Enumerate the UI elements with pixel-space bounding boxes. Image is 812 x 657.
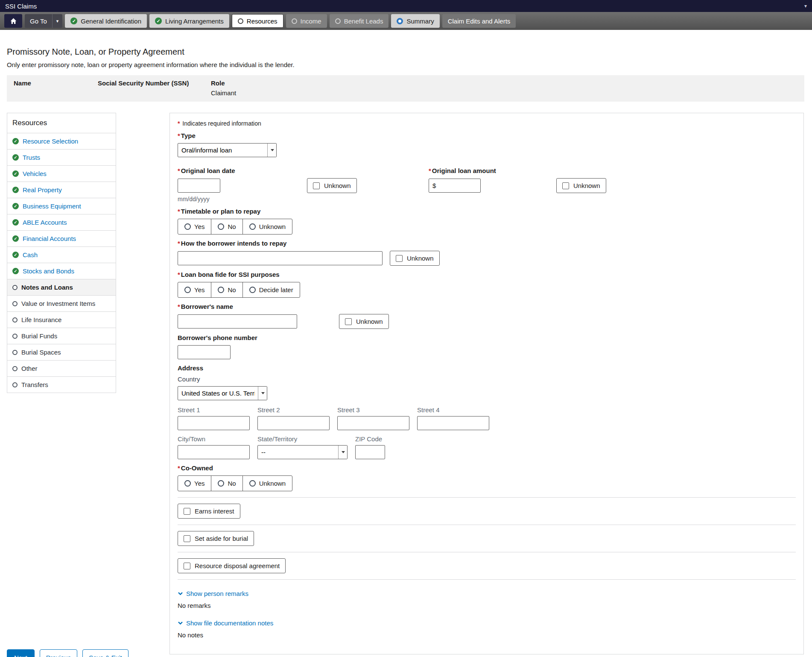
- repay-method-label: *How the borrower intends to repay: [178, 240, 796, 247]
- radio-circle-icon: [292, 18, 297, 24]
- type-select[interactable]: Oral/informal loan: [178, 143, 277, 157]
- sidebar-item-burial-spaces[interactable]: Burial Spaces: [7, 344, 116, 360]
- co-owned-option-yes[interactable]: Yes: [178, 476, 211, 491]
- role-value: Claimant: [211, 89, 236, 97]
- street2-input[interactable]: [257, 416, 330, 430]
- check-circle-icon: ✓: [12, 219, 19, 226]
- check-circle-icon: ✓: [70, 18, 77, 24]
- tab-benefit-leads[interactable]: Benefit Leads: [330, 14, 389, 28]
- co-owned-option-unknown[interactable]: Unknown: [242, 476, 292, 491]
- check-circle-icon: ✓: [155, 18, 162, 24]
- section-divider: [178, 552, 796, 552]
- bona-fide-option-decide-later[interactable]: Decide later: [242, 282, 300, 297]
- original-loan-date-unknown-checkbox[interactable]: Unknown: [307, 178, 357, 193]
- sidebar-item-label: Real Property: [23, 186, 62, 194]
- sidebar-item-cash[interactable]: ✓ Cash: [7, 246, 116, 263]
- radio-icon: [249, 223, 256, 230]
- borrower-phone-input[interactable]: [178, 345, 231, 359]
- sidebar-item-label: Burial Funds: [21, 332, 57, 340]
- sidebar-item-financial-accounts[interactable]: ✓ Financial Accounts: [7, 230, 116, 246]
- required-asterisk: *: [178, 120, 180, 127]
- tab-summary[interactable]: Summary: [391, 14, 439, 28]
- borrower-name-label: *Borrower's name: [178, 303, 796, 310]
- co-owned-option-no[interactable]: No: [211, 476, 242, 491]
- sidebar-item-transfers[interactable]: Transfers: [7, 376, 116, 393]
- sidebar-item-real-property[interactable]: ✓ Real Property: [7, 182, 116, 198]
- checkbox-icon: [396, 255, 403, 262]
- earns-interest-checkbox[interactable]: Earns interest: [178, 504, 240, 519]
- sidebar-item-vehicles[interactable]: ✓ Vehicles: [7, 165, 116, 182]
- sidebar-item-label: Value or Investment Items: [21, 300, 95, 307]
- timetable-option-unknown[interactable]: Unknown: [242, 219, 292, 234]
- country-select[interactable]: United States or U.S. Territory: [178, 386, 267, 400]
- radio-icon: [249, 480, 256, 487]
- country-select-wrap: United States or U.S. Territory: [178, 386, 267, 400]
- original-loan-amount-input[interactable]: [438, 182, 477, 189]
- sidebar-item-label: Trusts: [23, 154, 40, 161]
- chevron-down-icon: ▾: [52, 14, 63, 28]
- repay-method-input[interactable]: [178, 251, 383, 265]
- check-circle-icon: ✓: [12, 138, 19, 144]
- street1-input[interactable]: [178, 416, 250, 430]
- bona-fide-label: *Loan bona fide for SSI purposes: [178, 271, 796, 278]
- sidebar-item-value-or-investment-items[interactable]: Value or Investment Items: [7, 295, 116, 311]
- radio-circle-icon: [238, 18, 243, 24]
- tab-claim-edits-and-alerts[interactable]: Claim Edits and Alerts: [442, 14, 516, 28]
- go-to-dropdown[interactable]: Go To ▾: [25, 14, 62, 28]
- checkbox-icon: [184, 508, 190, 515]
- city-input[interactable]: [178, 445, 250, 459]
- tab-income[interactable]: Income: [286, 14, 327, 28]
- section-divider: [178, 525, 796, 525]
- header-menu-caret-icon[interactable]: ▾: [804, 3, 807, 9]
- role-column-header: Role: [211, 79, 236, 87]
- timetable-option-yes[interactable]: Yes: [178, 219, 211, 234]
- zip-input[interactable]: [355, 445, 385, 459]
- save-and-exit-button[interactable]: Save & Exit: [82, 649, 129, 657]
- timetable-option-no[interactable]: No: [211, 219, 242, 234]
- tab-living-arrangements[interactable]: ✓ Living Arrangements: [149, 14, 229, 28]
- bona-fide-radio-group: Yes No Decide later: [178, 282, 300, 298]
- state-select[interactable]: --: [257, 445, 348, 459]
- checkbox-icon: [313, 182, 320, 189]
- country-label: Country: [178, 375, 796, 383]
- sidebar-item-stocks-and-bonds[interactable]: ✓ Stocks and Bonds: [7, 263, 116, 279]
- previous-button[interactable]: Previous: [40, 649, 77, 657]
- sidebar-item-life-insurance[interactable]: Life Insurance: [7, 311, 116, 328]
- borrower-name-unknown-checkbox[interactable]: Unknown: [339, 314, 389, 329]
- original-loan-amount-unknown-checkbox[interactable]: Unknown: [556, 178, 606, 193]
- show-person-remarks-link[interactable]: Show person remarks: [178, 590, 248, 597]
- borrower-name-input[interactable]: [178, 314, 297, 328]
- check-circle-icon: ✓: [12, 235, 19, 242]
- bona-fide-option-yes[interactable]: Yes: [178, 282, 211, 297]
- tab-label: Summary: [406, 18, 434, 25]
- sidebar-item-business-equipment[interactable]: ✓ Business Equipment: [7, 198, 116, 214]
- set-aside-for-burial-checkbox[interactable]: Set aside for burial: [178, 531, 254, 546]
- sidebar-item-burial-funds[interactable]: Burial Funds: [7, 328, 116, 344]
- file-notes-empty-text: No notes: [178, 631, 796, 639]
- address-label: Address: [178, 364, 796, 372]
- sidebar-item-label: Stocks and Bonds: [23, 267, 74, 275]
- page-subtitle: Only enter promissory note, loan or prop…: [7, 61, 805, 68]
- home-icon: [10, 18, 17, 25]
- sidebar-item-resource-selection[interactable]: ✓ Resource Selection: [7, 133, 116, 149]
- original-loan-date-input[interactable]: [178, 179, 220, 193]
- bona-fide-option-no[interactable]: No: [211, 282, 242, 297]
- resource-disposal-agreement-checkbox[interactable]: Resource disposal agreement: [178, 558, 286, 573]
- street3-input[interactable]: [337, 416, 409, 430]
- sidebar-item-label: Notes and Loans: [21, 284, 73, 291]
- sidebar-item-other[interactable]: Other: [7, 360, 116, 376]
- next-button[interactable]: Next: [7, 649, 35, 657]
- sidebar-item-able-accounts[interactable]: ✓ ABLE Accounts: [7, 214, 116, 230]
- tab-label: General Identification: [81, 18, 141, 25]
- street4-input[interactable]: [417, 416, 489, 430]
- tab-resources[interactable]: Resources: [232, 14, 283, 28]
- home-button[interactable]: [4, 14, 22, 28]
- sidebar-item-label: Business Equipment: [23, 202, 81, 210]
- sidebar-item-trusts[interactable]: ✓ Trusts: [7, 149, 116, 165]
- tab-general-identification[interactable]: ✓ General Identification: [65, 14, 147, 28]
- radio-icon: [218, 480, 224, 487]
- street4-label: Street 4: [417, 406, 489, 414]
- show-file-documentation-notes-link[interactable]: Show file documentation notes: [178, 619, 273, 627]
- sidebar-item-notes-and-loans[interactable]: Notes and Loans: [7, 279, 116, 295]
- repay-method-unknown-checkbox[interactable]: Unknown: [390, 251, 440, 266]
